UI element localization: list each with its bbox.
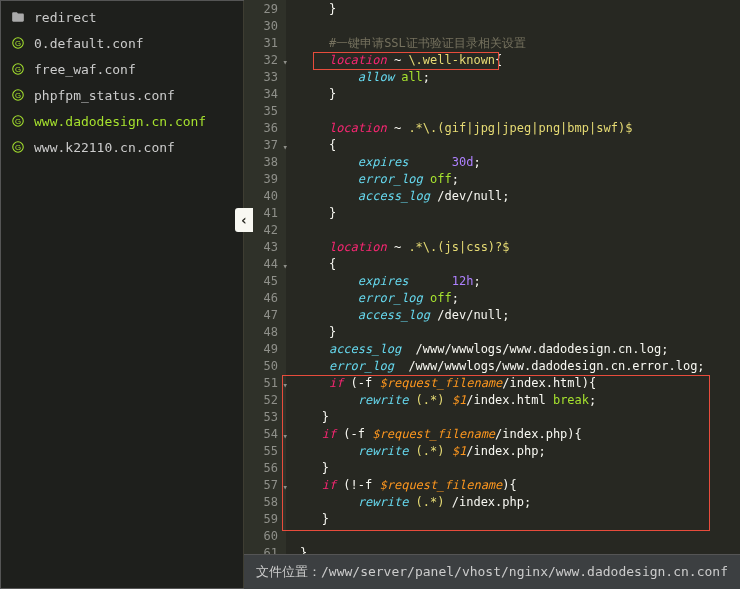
sidebar-folder-item[interactable]: redirect: [0, 4, 243, 30]
sidebar-item-label: phpfpm_status.conf: [34, 88, 175, 103]
line-number: 44▾: [244, 256, 278, 273]
code-line[interactable]: }: [300, 409, 740, 426]
code-line[interactable]: }: [300, 205, 740, 222]
sidebar-item-label: redirect: [34, 10, 97, 25]
line-number: 30: [244, 18, 278, 35]
line-number: 55: [244, 443, 278, 460]
line-number: 61: [244, 545, 278, 554]
line-number: 58: [244, 494, 278, 511]
code-line[interactable]: [300, 103, 740, 120]
code-line[interactable]: location ~ .*\.(gif|jpg|jpeg|png|bmp|swf…: [300, 120, 740, 137]
status-bar: 文件位置：/www/server/panel/vhost/nginx/www.d…: [244, 554, 740, 589]
svg-text:G: G: [15, 39, 21, 48]
code-line[interactable]: {: [300, 137, 740, 154]
line-number: 35: [244, 103, 278, 120]
code-line[interactable]: }: [300, 545, 740, 554]
code-content[interactable]: } #一键申请SSL证书验证目录相关设置 location ~ \.well-k…: [286, 0, 740, 554]
code-line[interactable]: [300, 18, 740, 35]
config-file-icon: G: [10, 61, 26, 77]
code-line[interactable]: access_log /www/wwwlogs/www.dadodesign.c…: [300, 341, 740, 358]
line-number: 39: [244, 171, 278, 188]
code-line[interactable]: if (-f $request_filename/index.html){: [300, 375, 740, 392]
code-line[interactable]: rewrite (.*) /index.php;: [300, 494, 740, 511]
code-line[interactable]: location ~ \.well-known{: [300, 52, 740, 69]
code-line[interactable]: access_log /dev/null;: [300, 307, 740, 324]
statusbar-label: 文件位置：: [256, 564, 321, 579]
sidebar-collapse-handle[interactable]: ‹: [235, 208, 253, 232]
file-sidebar: redirectG0.default.confGfree_waf.confGph…: [0, 0, 244, 589]
folder-icon: [10, 9, 26, 25]
code-line[interactable]: [300, 222, 740, 239]
sidebar-item-label: www.k22110.cn.conf: [34, 140, 175, 155]
svg-text:G: G: [15, 143, 21, 152]
svg-text:G: G: [15, 117, 21, 126]
code-line[interactable]: error_log off;: [300, 171, 740, 188]
line-number: 57▾: [244, 477, 278, 494]
line-number: 50: [244, 358, 278, 375]
line-number: 32▾: [244, 52, 278, 69]
line-number: 56: [244, 460, 278, 477]
sidebar-item-label: 0.default.conf: [34, 36, 144, 51]
code-line[interactable]: }: [300, 511, 740, 528]
code-line[interactable]: rewrite (.*) $1/index.html break;: [300, 392, 740, 409]
editor-area: 29303132▾3334353637▾38394041424344▾45464…: [244, 0, 740, 589]
code-line[interactable]: }: [300, 324, 740, 341]
sidebar-file-item[interactable]: Gwww.dadodesign.cn.conf: [0, 108, 243, 134]
line-number: 43: [244, 239, 278, 256]
svg-text:G: G: [15, 91, 21, 100]
line-number: 31: [244, 35, 278, 52]
sidebar-file-item[interactable]: G0.default.conf: [0, 30, 243, 56]
line-number: 59: [244, 511, 278, 528]
code-line[interactable]: allow all;: [300, 69, 740, 86]
sidebar-file-item[interactable]: Gphpfpm_status.conf: [0, 82, 243, 108]
code-line[interactable]: }: [300, 1, 740, 18]
line-number: 33: [244, 69, 278, 86]
line-number: 48: [244, 324, 278, 341]
line-number: 29: [244, 1, 278, 18]
sidebar-item-label: free_waf.conf: [34, 62, 136, 77]
svg-text:G: G: [15, 65, 21, 74]
line-number: 52: [244, 392, 278, 409]
sidebar-file-item[interactable]: Gfree_waf.conf: [0, 56, 243, 82]
code-line[interactable]: error_log /www/wwwlogs/www.dadodesign.cn…: [300, 358, 740, 375]
line-number: 54▾: [244, 426, 278, 443]
code-line[interactable]: {: [300, 256, 740, 273]
code-line[interactable]: rewrite (.*) $1/index.php;: [300, 443, 740, 460]
line-number: 36: [244, 120, 278, 137]
line-number: 45: [244, 273, 278, 290]
line-number: 34: [244, 86, 278, 103]
line-number: 37▾: [244, 137, 278, 154]
code-line[interactable]: if (-f $request_filename/index.php){: [300, 426, 740, 443]
code-line[interactable]: }: [300, 460, 740, 477]
line-number: 46: [244, 290, 278, 307]
line-number: 49: [244, 341, 278, 358]
code-line[interactable]: }: [300, 86, 740, 103]
code-line[interactable]: #一键申请SSL证书验证目录相关设置: [300, 35, 740, 52]
line-number: 60: [244, 528, 278, 545]
code-line[interactable]: expires 12h;: [300, 273, 740, 290]
config-file-icon: G: [10, 139, 26, 155]
code-line[interactable]: location ~ .*\.(js|css)?$: [300, 239, 740, 256]
line-number: 40: [244, 188, 278, 205]
line-number: 47: [244, 307, 278, 324]
statusbar-path: /www/server/panel/vhost/nginx/www.dadode…: [321, 564, 728, 579]
code-line[interactable]: access_log /dev/null;: [300, 188, 740, 205]
line-number: 53: [244, 409, 278, 426]
config-file-icon: G: [10, 35, 26, 51]
sidebar-item-label: www.dadodesign.cn.conf: [34, 114, 206, 129]
code-line[interactable]: [300, 528, 740, 545]
code-editor[interactable]: 29303132▾3334353637▾38394041424344▾45464…: [244, 0, 740, 554]
config-file-icon: G: [10, 87, 26, 103]
line-number: 38: [244, 154, 278, 171]
sidebar-file-item[interactable]: Gwww.k22110.cn.conf: [0, 134, 243, 160]
line-number: 51▾: [244, 375, 278, 392]
line-gutter: 29303132▾3334353637▾38394041424344▾45464…: [244, 0, 286, 554]
config-file-icon: G: [10, 113, 26, 129]
code-line[interactable]: error_log off;: [300, 290, 740, 307]
code-line[interactable]: if (!-f $request_filename){: [300, 477, 740, 494]
code-line[interactable]: expires 30d;: [300, 154, 740, 171]
